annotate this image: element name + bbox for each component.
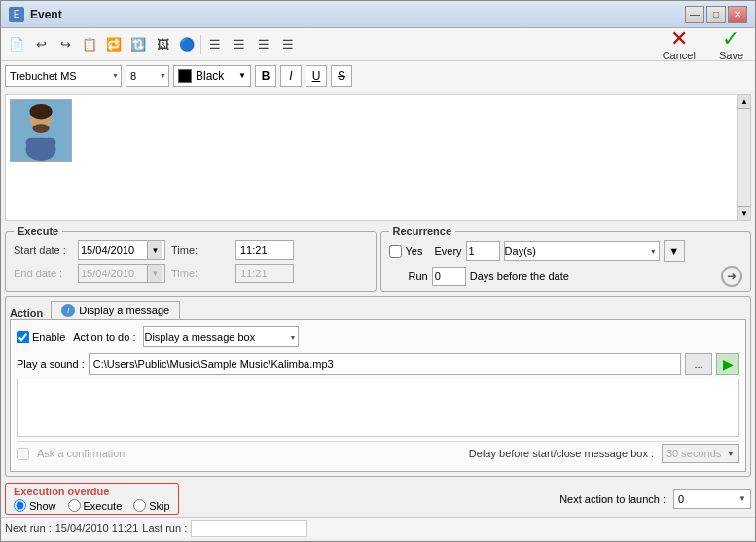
scroll-down-button[interactable]: ▼	[738, 206, 751, 220]
format-bar: Trebuchet MS 8 Black ▼ B I U S	[1, 61, 755, 90]
execution-overdue-row: Execution overdue Show Execute Skip	[1, 481, 755, 517]
underline-button[interactable]: U	[306, 65, 327, 87]
scroll-track	[738, 109, 750, 206]
skip-radio-label: Skip	[133, 499, 169, 512]
next-action-input[interactable]: 0 ▼	[673, 489, 751, 509]
font-size-wrapper: 8	[126, 65, 169, 87]
bold-button[interactable]: B	[255, 65, 276, 87]
execute-label: Execute	[84, 500, 123, 512]
radio-group: Show Execute Skip	[14, 499, 170, 512]
color-dropdown-arrow: ▼	[238, 71, 246, 80]
execute-fieldset: Execute Start date : 15/04/2010 ▼ Time: …	[5, 225, 377, 292]
enable-checkbox[interactable]	[17, 331, 29, 343]
bottom-options: Ask a confirmation Delay before start/cl…	[17, 441, 739, 465]
window-icon: E	[9, 7, 24, 22]
title-bar: E Event — □ ✕	[1, 1, 755, 28]
font-name-select[interactable]: Trebuchet MS	[5, 65, 122, 87]
new-button[interactable]: 📄	[5, 33, 28, 56]
execution-overdue-legend: Execution overdue	[14, 486, 170, 497]
end-date-input[interactable]: 15/04/2010 ▼	[78, 264, 165, 283]
days-select[interactable]: Day(s)	[504, 241, 660, 261]
execute-radio-label: Execute	[68, 499, 123, 512]
end-date-value: 15/04/2010	[81, 268, 134, 279]
strikethrough-button[interactable]: S	[331, 65, 352, 87]
start-date-row: Start date : 15/04/2010 ▼ Time: 11:21	[14, 240, 368, 260]
recurrence-dropdown-button[interactable]: ▼	[664, 240, 685, 262]
play-button[interactable]: ▶	[716, 353, 739, 375]
color-select[interactable]: Black ▼	[173, 65, 251, 87]
skip-radio[interactable]	[133, 499, 146, 512]
every-value-input[interactable]	[466, 241, 500, 261]
end-time-value: 11:21	[240, 268, 268, 279]
copy-button[interactable]: 📋	[78, 33, 101, 56]
refresh1-button[interactable]: 🔁	[102, 33, 126, 56]
yes-label: Yes	[406, 245, 423, 257]
close-button[interactable]: ✕	[728, 6, 747, 23]
cancel-icon: ✕	[670, 28, 688, 50]
font-size-select[interactable]: 8	[126, 65, 169, 87]
start-time-input[interactable]: 11:21	[235, 240, 294, 260]
action-to-do-label: Action to do :	[73, 331, 135, 343]
image-button[interactable]: 🖼	[151, 33, 174, 56]
recurrence-yes-row: Yes Every Day(s) ▼	[389, 240, 743, 262]
next-action-row: Next action to launch : 0 ▼	[559, 489, 751, 509]
text-editor-scrollbar[interactable]: ▲ ▼	[737, 95, 750, 220]
color-swatch	[178, 69, 192, 83]
avatar	[10, 99, 72, 162]
action-body: Enable Action to do : Display a message …	[10, 319, 746, 472]
status-bar: Next run : 15/04/2010 11:21 Last run :	[1, 517, 755, 538]
sound-label: Play a sound :	[17, 358, 85, 370]
refresh2-button[interactable]: 🔃	[126, 33, 150, 56]
save-button[interactable]: ✓ Save	[711, 26, 751, 63]
show-radio[interactable]	[14, 499, 26, 512]
special-button[interactable]: 🔵	[175, 33, 198, 56]
start-date-arrow[interactable]: ▼	[147, 241, 162, 259]
action-select[interactable]: Display a message box	[143, 326, 299, 347]
action-tab-label: Display a message	[79, 305, 169, 316]
action-tab[interactable]: i Display a message	[51, 301, 180, 319]
text-editor[interactable]: ▲ ▼	[5, 94, 751, 221]
maximize-button[interactable]: □	[706, 6, 726, 23]
run-value-input[interactable]	[432, 267, 466, 286]
window-title: Event	[30, 8, 62, 21]
recurrence-legend: Recurrence	[389, 225, 456, 236]
delay-input: 30 seconds ▼	[662, 444, 739, 463]
browse-button[interactable]: ...	[685, 353, 712, 375]
undo-button[interactable]: ↩	[29, 33, 53, 56]
ask-confirm-checkbox	[17, 448, 29, 460]
cancel-button[interactable]: ✕ Cancel	[655, 26, 703, 63]
toolbar-sep1	[200, 35, 201, 54]
action-content-area[interactable]	[17, 379, 739, 437]
execute-radio[interactable]	[68, 499, 81, 512]
svg-point-3	[32, 124, 49, 133]
svg-point-2	[29, 104, 52, 120]
action-tab-icon: i	[61, 304, 75, 317]
cancel-label: Cancel	[663, 50, 696, 61]
recurrence-yes-checkbox[interactable]	[389, 245, 402, 258]
main-toolbar: 📄 ↩ ↪ 📋 🔁 🔃 🖼 🔵 ☰ ☰ ☰ ☰ ✕ Cancel ✓ Save	[1, 28, 755, 61]
show-label: Show	[29, 500, 56, 512]
align-toolbar-group: ☰ ☰ ☰ ☰	[203, 33, 300, 56]
before-label: Days before the date	[470, 271, 717, 282]
end-date-arrow[interactable]: ▼	[147, 265, 162, 282]
end-time-input[interactable]: 11:21	[235, 264, 294, 283]
scroll-up-button[interactable]: ▲	[738, 95, 751, 109]
sound-input[interactable]	[89, 353, 681, 375]
text-editor-inner[interactable]	[6, 95, 750, 220]
next-action-label: Next action to launch :	[559, 493, 666, 505]
last-run-label: Last run :	[142, 523, 187, 534]
time-label-start: Time:	[171, 244, 230, 256]
align-center-button[interactable]: ☰	[228, 33, 251, 56]
recurrence-run-row: Run Days before the date ➜	[389, 266, 743, 287]
align-justify-button[interactable]: ☰	[276, 33, 300, 56]
start-date-input[interactable]: 15/04/2010 ▼	[78, 240, 165, 260]
start-date-value: 15/04/2010	[81, 244, 134, 256]
redo-button[interactable]: ↪	[54, 33, 77, 56]
last-run-input[interactable]	[191, 520, 307, 537]
align-right-button[interactable]: ☰	[252, 33, 275, 56]
recurrence-go-button[interactable]: ➜	[721, 266, 742, 287]
recurrence-fieldset: Recurrence Yes Every Day(s) ▼ Run	[380, 225, 752, 292]
align-left-button[interactable]: ☰	[203, 33, 227, 56]
italic-button[interactable]: I	[280, 65, 302, 87]
minimize-button[interactable]: —	[685, 6, 704, 23]
